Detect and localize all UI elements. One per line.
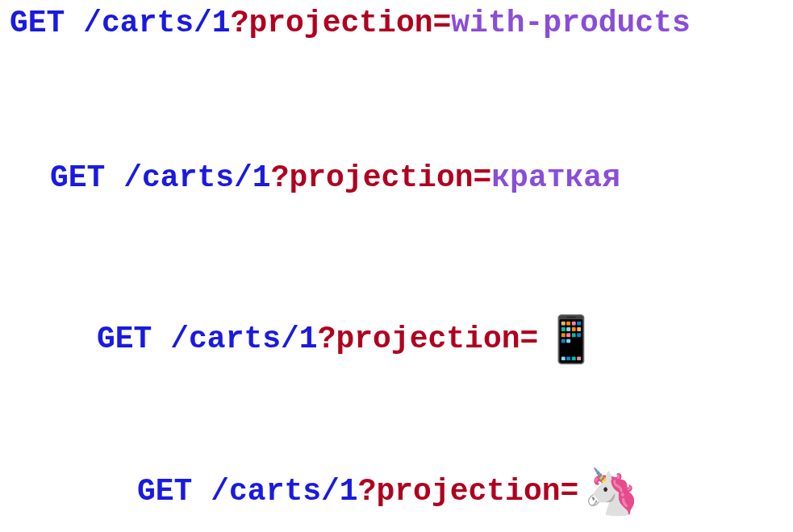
request-line-2: GET /carts/1?projection=краткая <box>50 160 620 197</box>
http-method: GET <box>50 160 123 195</box>
url-path: /carts/1 <box>123 160 270 195</box>
phone-icon: 📱 <box>543 317 599 362</box>
url-path: /carts/1 <box>170 322 317 356</box>
request-line-1: GET /carts/1?projection=with-products <box>10 5 691 42</box>
request-line-3: GET /carts/1?projection=📱 <box>97 317 599 362</box>
query-string: ?projection= <box>231 6 452 40</box>
http-method: GET <box>137 474 211 509</box>
http-method: GET <box>97 322 170 356</box>
request-line-4: GET /carts/1?projection=🦄 <box>137 469 640 514</box>
query-value: краткая <box>491 160 620 195</box>
url-path: /carts/1 <box>83 6 230 40</box>
query-string: ?projection= <box>318 322 539 356</box>
query-string: ?projection= <box>358 474 579 509</box>
query-value: with-products <box>451 6 690 40</box>
unicorn-icon: 🦄 <box>583 469 640 514</box>
url-path: /carts/1 <box>211 474 357 509</box>
http-method: GET <box>10 6 83 40</box>
query-string: ?projection= <box>271 160 492 195</box>
